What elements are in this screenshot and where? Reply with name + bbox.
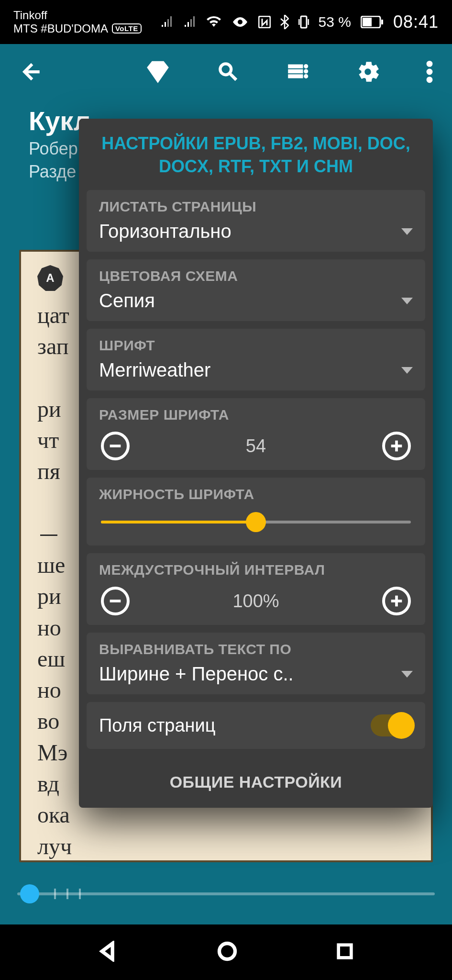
nav-recent-icon[interactable] bbox=[335, 942, 354, 963]
setting-value: Горизонтально bbox=[99, 221, 232, 242]
app-toolbar bbox=[0, 44, 452, 101]
setting-label: ВЫРАВНИВАТЬ ТЕКСТ ПО bbox=[99, 641, 413, 657]
diamond-icon[interactable] bbox=[145, 59, 171, 87]
reading-progress-slider[interactable] bbox=[17, 881, 435, 906]
nav-back-icon[interactable] bbox=[98, 941, 119, 964]
chevron-down-icon bbox=[401, 228, 413, 235]
setting-value: Сепия bbox=[99, 290, 155, 312]
battery-icon bbox=[361, 16, 384, 28]
wifi-icon bbox=[206, 15, 222, 29]
setting-label: РАЗМЕР ШРИФТА bbox=[99, 407, 413, 423]
setting-font-family[interactable]: ШРИФТ Merriweather bbox=[87, 329, 425, 390]
svg-rect-14 bbox=[110, 600, 121, 602]
line-spacing-value: 100% bbox=[232, 591, 279, 612]
svg-rect-16 bbox=[395, 596, 398, 607]
svg-rect-1 bbox=[301, 16, 307, 28]
setting-label: Поля страниц bbox=[99, 715, 216, 736]
battery-percent: 53 % bbox=[319, 14, 351, 30]
svg-rect-3 bbox=[363, 18, 372, 26]
setting-value: Merriweather bbox=[99, 359, 210, 381]
gear-icon[interactable] bbox=[355, 59, 381, 87]
nfc-icon bbox=[258, 16, 271, 28]
signal-icon bbox=[160, 15, 173, 29]
decrease-button[interactable] bbox=[101, 587, 130, 615]
android-nav-bar bbox=[0, 924, 452, 980]
auto-brightness-badge[interactable]: A bbox=[37, 265, 63, 291]
toggle-switch[interactable] bbox=[371, 714, 413, 736]
search-icon[interactable] bbox=[216, 60, 240, 86]
svg-point-17 bbox=[219, 944, 235, 959]
reader-settings-popup: НАСТРОЙКИ EPUB, FB2, MOBI, DOC, DOCX, RT… bbox=[79, 119, 433, 808]
svg-point-6 bbox=[304, 69, 308, 73]
svg-point-5 bbox=[304, 65, 308, 68]
decrease-button[interactable] bbox=[101, 432, 130, 460]
eye-icon bbox=[232, 16, 249, 28]
font-weight-slider[interactable] bbox=[101, 511, 411, 533]
increase-button[interactable] bbox=[382, 432, 411, 460]
setting-label: ЖИРНОСТЬ ШРИФТА bbox=[99, 486, 413, 502]
svg-point-7 bbox=[304, 75, 308, 78]
setting-label: ШРИФТ bbox=[99, 337, 413, 354]
setting-text-align[interactable]: ВЫРАВНИВАТЬ ТЕКСТ ПО Ширине + Перенос с.… bbox=[87, 633, 425, 694]
setting-line-spacing: МЕЖДУСТРОЧНЫЙ ИНТЕРВАЛ 100% bbox=[87, 553, 425, 625]
setting-label: ЦВЕТОВАЯ СХЕМА bbox=[99, 268, 413, 284]
svg-rect-18 bbox=[338, 945, 351, 958]
carrier-1: Tinkoff bbox=[13, 9, 142, 22]
nav-home-icon[interactable] bbox=[217, 941, 238, 964]
signal-icon-2 bbox=[183, 15, 196, 29]
list-icon[interactable] bbox=[286, 60, 309, 86]
setting-label: ЛИСТАТЬ СТРАНИЦЫ bbox=[99, 199, 413, 215]
setting-color-scheme[interactable]: ЦВЕТОВАЯ СХЕМА Сепия bbox=[87, 259, 425, 321]
chevron-down-icon bbox=[401, 298, 413, 304]
vibrate-icon bbox=[298, 15, 309, 29]
increase-button[interactable] bbox=[382, 587, 411, 615]
svg-rect-11 bbox=[110, 445, 121, 447]
svg-point-10 bbox=[427, 77, 432, 82]
more-icon[interactable] bbox=[426, 60, 433, 86]
general-settings-button[interactable]: ОБЩИЕ НАСТРОЙКИ bbox=[87, 757, 425, 808]
volte-badge: VoLTE bbox=[112, 23, 142, 33]
chevron-down-icon bbox=[401, 367, 413, 374]
carrier-2: MTS #BUD'DOMA bbox=[13, 22, 108, 35]
chevron-down-icon bbox=[401, 671, 413, 678]
svg-point-9 bbox=[427, 69, 432, 75]
svg-point-8 bbox=[427, 61, 432, 67]
bluetooth-icon bbox=[280, 15, 289, 29]
setting-value: Ширине + Перенос с.. bbox=[99, 663, 294, 685]
back-icon[interactable] bbox=[19, 60, 43, 86]
setting-paging[interactable]: ЛИСТАТЬ СТРАНИЦЫ Горизонтально bbox=[87, 190, 425, 252]
setting-font-size: РАЗМЕР ШРИФТА 54 bbox=[87, 398, 425, 470]
popup-title: НАСТРОЙКИ EPUB, FB2, MOBI, DOC, DOCX, RT… bbox=[87, 128, 425, 190]
setting-label: МЕЖДУСТРОЧНЫЙ ИНТЕРВАЛ bbox=[99, 562, 413, 578]
setting-page-margins[interactable]: Поля страниц bbox=[87, 702, 425, 749]
font-size-value: 54 bbox=[246, 436, 266, 457]
setting-font-weight: ЖИРНОСТЬ ШРИФТА bbox=[87, 478, 425, 546]
svg-rect-13 bbox=[395, 441, 398, 452]
android-status-bar: Tinkoff MTS #BUD'DOMA VoLTE 53 % 08:41 bbox=[0, 0, 452, 44]
status-clock: 08:41 bbox=[393, 12, 439, 32]
svg-rect-4 bbox=[381, 20, 383, 24]
